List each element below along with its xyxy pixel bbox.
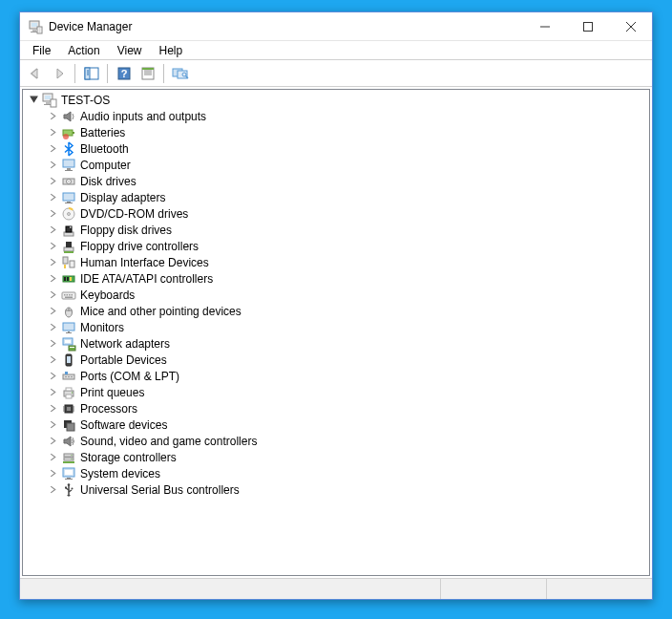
tree-item[interactable]: Floppy drive controllers — [23, 238, 649, 254]
tree-item[interactable]: Ports (COM & LPT) — [23, 368, 649, 384]
tree-item[interactable]: Bluetooth — [23, 140, 649, 157]
disk-icon — [61, 174, 76, 189]
toolbar-separator — [74, 64, 75, 83]
chevron-right-icon[interactable] — [46, 435, 59, 448]
chevron-right-icon[interactable] — [46, 224, 59, 237]
tree-item[interactable]: IDE ATA/ATAPI controllers — [23, 270, 649, 287]
chevron-right-icon[interactable] — [46, 370, 59, 383]
window-controls — [523, 12, 652, 40]
audio-icon — [61, 109, 76, 124]
chevron-right-icon[interactable] — [46, 451, 59, 464]
tree-item[interactable]: Floppy disk drives — [23, 222, 649, 238]
menu-help[interactable]: Help — [151, 42, 192, 59]
tree-item[interactable]: Print queues — [23, 384, 649, 400]
chevron-right-icon[interactable] — [46, 288, 59, 302]
svg-rect-101 — [65, 470, 73, 475]
status-cell — [20, 579, 441, 599]
svg-rect-36 — [65, 170, 73, 171]
monitor-icon — [61, 320, 76, 335]
chevron-right-icon[interactable] — [46, 142, 59, 156]
help-button[interactable]: ? — [113, 63, 135, 84]
menu-view[interactable]: View — [109, 42, 151, 59]
floppy-icon — [61, 223, 76, 238]
chevron-right-icon[interactable] — [46, 467, 59, 480]
svg-text:?: ? — [120, 68, 127, 79]
app-icon — [28, 19, 43, 34]
svg-rect-11 — [85, 68, 90, 79]
tree-item[interactable]: Portable Devices — [23, 352, 649, 368]
chevron-right-icon[interactable] — [46, 159, 59, 172]
svg-point-77 — [65, 375, 67, 377]
tree-item[interactable]: Computer — [23, 157, 649, 173]
computer-icon — [61, 158, 76, 173]
tree-item[interactable]: Batteries — [23, 124, 649, 140]
cpu-icon — [61, 401, 76, 416]
chevron-right-icon[interactable] — [46, 483, 59, 497]
chevron-right-icon[interactable] — [46, 353, 59, 367]
svg-rect-42 — [65, 203, 73, 203]
svg-rect-53 — [64, 265, 66, 268]
chevron-right-icon[interactable] — [46, 305, 59, 318]
tree-item[interactable]: Audio inputs and outputs — [23, 108, 649, 124]
svg-rect-102 — [67, 478, 71, 479]
tree-item[interactable]: DVD/CD-ROM drives — [23, 205, 649, 222]
tree-item[interactable]: Network adapters — [23, 335, 649, 352]
chevron-right-icon[interactable] — [46, 207, 59, 221]
tree-item[interactable]: Display adapters — [23, 189, 649, 205]
svg-rect-1 — [32, 23, 37, 27]
tree-item[interactable]: Monitors — [23, 319, 649, 335]
system-icon — [61, 466, 76, 481]
tree-item[interactable]: Sound, video and game controllers — [23, 433, 649, 449]
properties-button[interactable] — [136, 63, 158, 84]
tree-item-label: System devices — [80, 467, 160, 480]
close-button[interactable] — [609, 12, 652, 40]
svg-rect-47 — [70, 226, 72, 228]
device-tree[interactable]: TEST-OS Audio inputs and outputsBatterie… — [22, 89, 650, 576]
chevron-right-icon[interactable] — [46, 321, 59, 334]
chevron-right-icon[interactable] — [46, 337, 59, 351]
minimize-button[interactable] — [523, 12, 566, 40]
tree-root[interactable]: TEST-OS — [23, 92, 649, 108]
maximize-button[interactable] — [566, 12, 609, 40]
chevron-right-icon[interactable] — [46, 386, 59, 399]
tree-item-label: Ports (COM & LPT) — [80, 370, 179, 383]
tree-item[interactable]: Mice and other pointing devices — [23, 303, 649, 319]
status-cell — [441, 579, 547, 599]
tree-item-label: Storage controllers — [80, 451, 177, 464]
forward-button[interactable] — [48, 63, 70, 84]
chevron-right-icon[interactable] — [46, 175, 59, 188]
menu-action[interactable]: Action — [59, 42, 108, 59]
svg-rect-55 — [64, 277, 66, 281]
tree-item[interactable]: System devices — [23, 465, 649, 481]
tree-item-label: DVD/CD-ROM drives — [80, 207, 188, 221]
tree-item-label: Monitors — [80, 321, 124, 334]
scan-hardware-button[interactable] — [169, 63, 191, 84]
tree-item[interactable]: Disk drives — [23, 173, 649, 189]
svg-rect-97 — [63, 461, 74, 463]
chevron-right-icon[interactable] — [46, 191, 59, 204]
svg-point-33 — [63, 134, 69, 139]
chevron-down-icon[interactable] — [27, 94, 40, 107]
tree-item[interactable]: Keyboards — [23, 287, 649, 303]
svg-point-84 — [72, 392, 73, 393]
tree-item[interactable]: Processors — [23, 400, 649, 416]
show-hide-console-tree-button[interactable] — [80, 63, 102, 84]
back-button[interactable] — [24, 63, 46, 84]
chevron-right-icon[interactable] — [46, 402, 59, 416]
tree-item[interactable]: Human Interface Devices — [23, 254, 649, 270]
chevron-right-icon[interactable] — [46, 256, 59, 269]
menu-file[interactable]: File — [24, 42, 59, 59]
chevron-right-icon[interactable] — [46, 272, 59, 286]
keyboard-icon — [61, 288, 76, 303]
svg-rect-28 — [46, 102, 50, 104]
chevron-right-icon[interactable] — [46, 110, 59, 123]
svg-rect-71 — [65, 340, 71, 343]
chevron-right-icon[interactable] — [46, 126, 59, 139]
tree-item[interactable]: Storage controllers — [23, 449, 649, 465]
statusbar — [20, 578, 652, 599]
tree-item[interactable]: Universal Serial Bus controllers — [23, 481, 649, 498]
tree-item[interactable]: Software devices — [23, 416, 649, 433]
chevron-right-icon[interactable] — [46, 418, 59, 432]
chevron-right-icon[interactable] — [46, 240, 59, 253]
usb-icon — [61, 482, 76, 498]
